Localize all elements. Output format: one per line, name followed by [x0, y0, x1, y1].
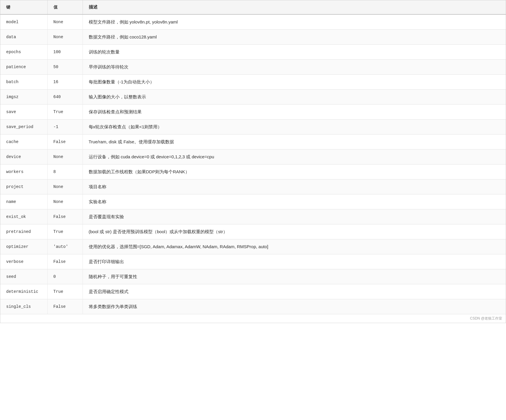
header-key: 键: [0, 0, 47, 14]
cell-key: pretrained: [0, 224, 47, 239]
cell-desc: 早停训练的等待轮次: [83, 60, 506, 75]
cell-value: None: [47, 179, 83, 194]
cell-value: True: [47, 105, 83, 120]
cell-key: deterministic: [0, 284, 47, 299]
header-value: 值: [47, 0, 83, 14]
cell-desc: 训练的轮次数量: [83, 45, 506, 60]
cell-value: 100: [47, 45, 83, 60]
table-row: batch16每批图像数量（-1为自动批大小）: [0, 75, 506, 90]
cell-desc: 每x轮次保存检查点（如果<1则禁用）: [83, 120, 506, 135]
table-row: epochs100训练的轮次数量: [0, 45, 506, 60]
table-row: exist_okFalse是否覆盖现有实验: [0, 209, 506, 224]
cell-key: optimizer: [0, 239, 47, 254]
cell-desc: 是否启用确定性模式: [83, 284, 506, 299]
table-row: seed0随机种子，用于可重复性: [0, 269, 506, 284]
table-row: nameNone实验名称: [0, 194, 506, 209]
table-row: pretrainedTrue(bool 或 str) 是否使用预训练模型（boo…: [0, 224, 506, 239]
cell-desc: 数据文件路径，例如 coco128.yaml: [83, 30, 506, 45]
cell-desc: 每批图像数量（-1为自动批大小）: [83, 75, 506, 90]
cell-desc: 模型文件路径，例如 yolov8n.pt, yolov8n.yaml: [83, 14, 506, 30]
cell-desc: 实验名称: [83, 194, 506, 209]
cell-key: name: [0, 194, 47, 209]
cell-value: False: [47, 209, 83, 224]
table-row: imgsz640输入图像的大小，以整数表示: [0, 90, 506, 105]
cell-desc: 是否打印详细输出: [83, 254, 506, 269]
table-row: cacheFalseTrue/ram, disk 或 False。使用缓存加载数…: [0, 135, 506, 149]
table-row: saveTrue保存训练检查点和预测结果: [0, 105, 506, 120]
cell-desc: 随机种子，用于可重复性: [83, 269, 506, 284]
cell-value: None: [47, 30, 83, 45]
data-table: 键 值 描述 modelNone模型文件路径，例如 yolov8n.pt, yo…: [0, 0, 506, 314]
cell-key: workers: [0, 164, 47, 179]
table-row: deterministicTrue是否启用确定性模式: [0, 284, 506, 299]
cell-desc: 数据加载的工作线程数（如果DDP则为每个RANK）: [83, 164, 506, 179]
cell-desc: 运行设备，例如 cuda device=0 或 device=0,1,2,3 或…: [83, 149, 506, 164]
table-row: projectNone项目名称: [0, 179, 506, 194]
cell-desc: 是否覆盖现有实验: [83, 209, 506, 224]
cell-value: 'auto': [47, 239, 83, 254]
cell-value: 8: [47, 164, 83, 179]
table-body: modelNone模型文件路径，例如 yolov8n.pt, yolov8n.y…: [0, 14, 506, 314]
table-row: verboseFalse是否打印详细输出: [0, 254, 506, 269]
cell-desc: (bool 或 str) 是否使用预训练模型（bool）或从中加载权重的模型（s…: [83, 224, 506, 239]
cell-value: None: [47, 14, 83, 30]
cell-key: seed: [0, 269, 47, 284]
cell-value: 0: [47, 269, 83, 284]
cell-key: cache: [0, 135, 47, 149]
cell-value: None: [47, 149, 83, 164]
table-row: single_clsFalse将多类数据作为单类训练: [0, 299, 506, 314]
main-table-container: 键 值 描述 modelNone模型文件路径，例如 yolov8n.pt, yo…: [0, 0, 506, 323]
table-row: modelNone模型文件路径，例如 yolov8n.pt, yolov8n.y…: [0, 14, 506, 30]
cell-value: False: [47, 254, 83, 269]
cell-value: 50: [47, 60, 83, 75]
cell-desc: True/ram, disk 或 False。使用缓存加载数据: [83, 135, 506, 149]
cell-key: device: [0, 149, 47, 164]
cell-desc: 项目名称: [83, 179, 506, 194]
cell-key: exist_ok: [0, 209, 47, 224]
cell-desc: 保存训练检查点和预测结果: [83, 105, 506, 120]
cell-value: None: [47, 194, 83, 209]
cell-value: 640: [47, 90, 83, 105]
table-row: optimizer'auto'使用的优化器，选择范围=[SGD, Adam, A…: [0, 239, 506, 254]
table-row: workers8数据加载的工作线程数（如果DDP则为每个RANK）: [0, 164, 506, 179]
cell-key: batch: [0, 75, 47, 90]
table-row: dataNone数据文件路径，例如 coco128.yaml: [0, 30, 506, 45]
cell-desc: 使用的优化器，选择范围=[SGD, Adam, Adamax, AdamW, N…: [83, 239, 506, 254]
cell-key: save_period: [0, 120, 47, 135]
table-header-row: 键 值 描述: [0, 0, 506, 14]
cell-value: False: [47, 299, 83, 314]
cell-key: imgsz: [0, 90, 47, 105]
cell-value: -1: [47, 120, 83, 135]
header-desc: 描述: [83, 0, 506, 14]
cell-key: epochs: [0, 45, 47, 60]
cell-value: False: [47, 135, 83, 149]
cell-value: True: [47, 284, 83, 299]
cell-key: save: [0, 105, 47, 120]
cell-value: True: [47, 224, 83, 239]
table-row: deviceNone运行设备，例如 cuda device=0 或 device…: [0, 149, 506, 164]
cell-key: data: [0, 30, 47, 45]
cell-key: project: [0, 179, 47, 194]
cell-desc: 将多类数据作为单类训练: [83, 299, 506, 314]
table-row: patience50早停训练的等待轮次: [0, 60, 506, 75]
cell-value: 16: [47, 75, 83, 90]
watermark: CSDN @老狼工作室: [0, 314, 506, 323]
cell-key: patience: [0, 60, 47, 75]
cell-key: single_cls: [0, 299, 47, 314]
cell-desc: 输入图像的大小，以整数表示: [83, 90, 506, 105]
table-row: save_period-1每x轮次保存检查点（如果<1则禁用）: [0, 120, 506, 135]
cell-key: verbose: [0, 254, 47, 269]
cell-key: model: [0, 14, 47, 30]
